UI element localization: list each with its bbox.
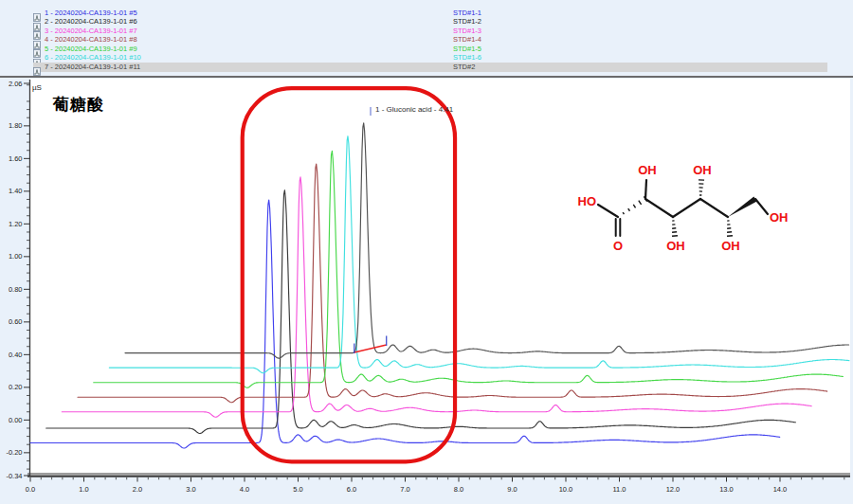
svg-text:OH: OH	[770, 210, 789, 225]
svg-text:2.0: 2.0	[133, 485, 142, 494]
svg-text:0.80: 0.80	[9, 285, 23, 294]
trace-std2	[125, 123, 849, 358]
svg-text:0.00: 0.00	[9, 416, 23, 424]
svg-text:7.0: 7.0	[400, 485, 409, 494]
svg-text:6.0: 6.0	[347, 485, 356, 494]
gluconic-acid-structure-image: HOOOHOHOHOHOH	[578, 163, 789, 253]
svg-text:0.40: 0.40	[9, 351, 23, 359]
chromatogram-chart: 0.01.02.03.04.05.06.07.08.09.010.011.012…	[0, 0, 853, 504]
svg-text:11.0: 11.0	[612, 485, 626, 494]
svg-text:O: O	[613, 239, 623, 253]
trace-std1-5	[94, 151, 844, 387]
svg-text:OH: OH	[638, 163, 657, 177]
y-axis-unit: µS	[32, 83, 42, 92]
svg-text:3.0: 3.0	[186, 485, 195, 494]
trace-std1-4	[78, 164, 827, 403]
svg-text:0.60: 0.60	[9, 317, 23, 326]
svg-text:1.80: 1.80	[9, 121, 23, 130]
plot-title: 葡糖酸	[53, 94, 104, 116]
svg-text:1.60: 1.60	[9, 154, 23, 163]
svg-text:5.0: 5.0	[293, 485, 302, 494]
trace-std1-6	[109, 136, 849, 373]
svg-text:-0.34: -0.34	[6, 472, 22, 480]
axis-ticks: 0.01.02.03.04.05.06.07.08.09.010.011.012…	[6, 80, 844, 494]
svg-text:0.0: 0.0	[26, 485, 35, 494]
svg-text:4.0: 4.0	[240, 485, 249, 494]
svg-text:-0.20: -0.20	[6, 448, 22, 457]
svg-text:12.0: 12.0	[666, 485, 681, 494]
integration-baseline-marker	[354, 336, 387, 353]
svg-text:OH: OH	[666, 239, 685, 253]
trace-std1-3	[62, 177, 811, 417]
peak-annotation: 1 - Gluconic acid - 4.41	[375, 105, 453, 114]
svg-text:0.20: 0.20	[9, 383, 23, 391]
svg-text:OH: OH	[693, 163, 712, 177]
svg-text:1.0: 1.0	[79, 485, 88, 494]
svg-text:13.0: 13.0	[719, 485, 734, 494]
svg-text:9.0: 9.0	[507, 485, 517, 494]
chromatography-window: 1 - 20240204-CA139-1-01 #5STD#1-12 - 202…	[0, 0, 853, 504]
svg-text:1.40: 1.40	[9, 187, 23, 195]
svg-text:10.0: 10.0	[559, 485, 573, 494]
svg-text:1.20: 1.20	[9, 220, 23, 228]
svg-text:1.00: 1.00	[9, 252, 23, 261]
svg-text:HO: HO	[578, 194, 597, 208]
svg-text:14.0: 14.0	[773, 485, 788, 494]
svg-text:2.06: 2.06	[9, 80, 23, 88]
svg-text:OH: OH	[721, 239, 740, 253]
trace-std1-1	[30, 200, 780, 448]
axes	[27, 80, 850, 477]
svg-text:8.0: 8.0	[454, 485, 463, 494]
